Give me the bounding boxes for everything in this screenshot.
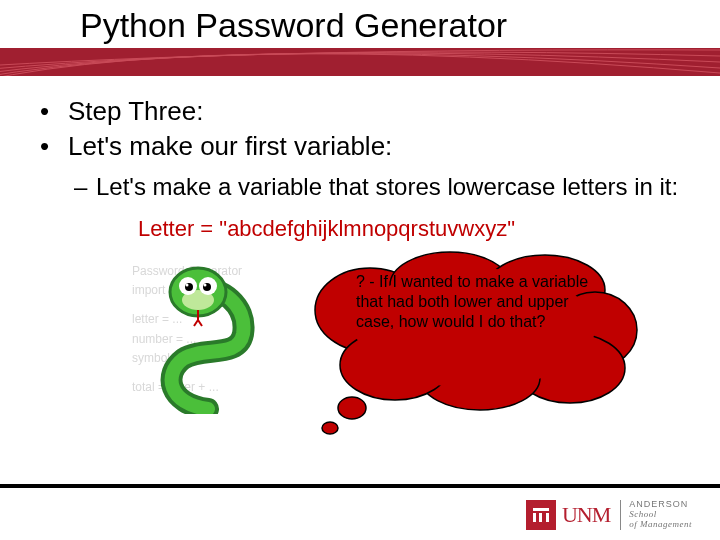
slide-title: Python Password Generator bbox=[0, 0, 720, 45]
svg-rect-21 bbox=[546, 513, 549, 522]
svg-point-6 bbox=[186, 284, 189, 287]
bullet-first-variable: • Let's make our first variable: bbox=[40, 131, 680, 162]
svg-rect-19 bbox=[533, 513, 536, 522]
anderson-line2: School bbox=[629, 509, 657, 519]
anderson-school-label: ANDERSON School of Management bbox=[620, 500, 692, 530]
unm-badge-icon bbox=[526, 500, 556, 530]
svg-point-16 bbox=[338, 397, 366, 419]
bullet-dot-icon: • bbox=[40, 96, 68, 127]
bullet-text: Step Three: bbox=[68, 96, 203, 127]
svg-rect-20 bbox=[539, 513, 542, 522]
footer-divider bbox=[0, 484, 720, 488]
svg-rect-18 bbox=[533, 508, 549, 511]
illustration-area: Password Generator import random letter … bbox=[40, 256, 680, 466]
snake-icon bbox=[148, 264, 268, 414]
dash-icon: – bbox=[74, 172, 96, 202]
thought-text: ? - If I wanted to make a variable that … bbox=[356, 272, 606, 332]
header-red-band bbox=[0, 48, 720, 76]
unm-wordmark: UNM bbox=[562, 502, 610, 528]
sub-bullet: – Let's make a variable that stores lowe… bbox=[40, 172, 680, 202]
bullet-text: Let's make our first variable: bbox=[68, 131, 392, 162]
bullet-step-three: • Step Three: bbox=[40, 96, 680, 127]
thought-bubble: ? - If I wanted to make a variable that … bbox=[310, 250, 640, 440]
unm-logo: UNM ANDERSON School of Management bbox=[526, 500, 692, 530]
slide-header: Python Password Generator bbox=[0, 0, 720, 78]
bullet-dot-icon: • bbox=[40, 131, 68, 162]
sub-bullet-text: Let's make a variable that stores lowerc… bbox=[96, 172, 678, 202]
slide-content: • Step Three: • Let's make our first var… bbox=[0, 78, 720, 466]
svg-point-17 bbox=[322, 422, 338, 434]
variable-code: Letter = "abcdefghijklmnopqrstuvwxyz" bbox=[40, 216, 680, 242]
anderson-line3: of Management bbox=[629, 519, 692, 529]
svg-point-7 bbox=[204, 284, 207, 287]
